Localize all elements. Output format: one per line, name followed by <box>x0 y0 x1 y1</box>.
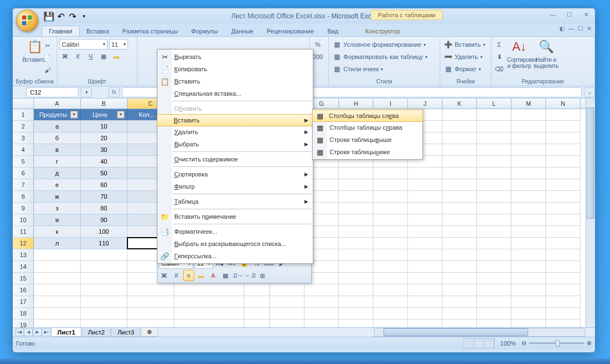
fill-color-icon[interactable]: ▬ <box>111 51 122 62</box>
cell[interactable] <box>511 308 546 319</box>
table-cell[interactable]: 40 <box>81 156 127 168</box>
undo-icon[interactable]: ↶ <box>56 11 66 21</box>
insert-cells-button[interactable]: ➕Вставить▾ <box>442 39 489 50</box>
row-header-6[interactable]: 6 <box>13 168 34 179</box>
thousands-icon[interactable]: 000 <box>312 51 323 62</box>
table-cell[interactable]: е <box>34 179 81 191</box>
cell[interactable] <box>270 284 304 296</box>
col-header-L[interactable]: L <box>477 99 511 109</box>
cell[interactable] <box>442 156 477 168</box>
ctx-item[interactable]: 📁Вставить примечание <box>158 210 313 223</box>
cell[interactable] <box>408 168 442 179</box>
row-header-3[interactable]: 3 <box>13 132 34 144</box>
cell[interactable] <box>127 308 174 319</box>
cell[interactable] <box>339 168 373 179</box>
sort-filter-button[interactable]: A↓Сортировка и фильтр <box>507 38 532 76</box>
delete-cells-button[interactable]: ➖Удалить▾ <box>442 51 489 62</box>
cell[interactable] <box>442 109 477 121</box>
submenu-item[interactable]: ▦Строки таблицы выше <box>313 134 422 146</box>
mini-fill-color-icon[interactable]: ▬ <box>195 270 206 281</box>
tab-layout[interactable]: Разметка страницы <box>116 26 185 36</box>
cell[interactable] <box>511 109 546 121</box>
cell[interactable] <box>304 319 339 327</box>
cell[interactable] <box>511 261 546 273</box>
cell[interactable] <box>339 191 373 203</box>
cell[interactable] <box>546 296 581 308</box>
cell[interactable] <box>477 261 511 273</box>
cell[interactable] <box>408 214 442 226</box>
cell[interactable] <box>442 261 477 273</box>
cell[interactable] <box>442 308 477 319</box>
submenu-item[interactable]: ▦Столбцы таблицы справа <box>313 121 422 134</box>
col-header-K[interactable]: K <box>442 99 477 109</box>
cell[interactable] <box>442 273 477 284</box>
mini-increase-decimal-icon[interactable]: .0→ <box>232 270 243 281</box>
cell[interactable] <box>373 249 408 261</box>
border-button[interactable]: ▦ <box>98 51 109 62</box>
col-header-M[interactable]: M <box>511 99 546 109</box>
redo-icon[interactable]: ↷ <box>67 11 77 21</box>
ctx-item[interactable]: 🔗Гиперссылка... <box>158 250 313 262</box>
cell[interactable] <box>34 261 81 273</box>
cell[interactable] <box>34 273 81 284</box>
italic-button[interactable]: К <box>72 51 83 62</box>
zoom-out-icon[interactable]: ⊖ <box>522 340 527 347</box>
cell[interactable] <box>34 284 81 296</box>
cell[interactable] <box>81 273 127 284</box>
vertical-scrollbar[interactable] <box>586 99 595 327</box>
table-header[interactable]: Продукты▾ <box>34 109 81 121</box>
row-header-14[interactable]: 14 <box>13 261 34 273</box>
zoom-slider[interactable] <box>529 342 584 344</box>
mini-bold-button[interactable]: Ж <box>159 270 170 281</box>
cell[interactable] <box>511 273 546 284</box>
cell[interactable] <box>373 284 408 296</box>
mini-font-color-icon[interactable]: A <box>208 270 219 281</box>
vscroll-thumb[interactable] <box>587 107 594 219</box>
autosum-icon[interactable]: Σ <box>494 39 505 50</box>
cell[interactable] <box>408 308 442 319</box>
cell[interactable] <box>339 226 373 238</box>
col-header-H[interactable]: H <box>339 99 373 109</box>
minimize-icon[interactable]: — <box>546 9 559 19</box>
name-box[interactable]: C12 <box>26 87 78 97</box>
cell[interactable] <box>270 319 304 327</box>
sheet-tab[interactable]: Лист2 <box>82 328 111 337</box>
percent-icon[interactable]: % <box>312 39 323 50</box>
cell[interactable] <box>373 203 408 214</box>
ctx-item[interactable]: Фильтр▶ <box>158 180 313 193</box>
cell[interactable] <box>442 296 477 308</box>
cell[interactable] <box>546 308 581 319</box>
format-cells-button[interactable]: ▦Формат▾ <box>442 63 489 75</box>
cell[interactable] <box>442 319 477 327</box>
cell[interactable] <box>546 249 581 261</box>
row-header-12[interactable]: 12 <box>13 238 34 249</box>
select-all-button[interactable] <box>13 99 34 109</box>
mini-italic-button[interactable]: К <box>171 270 182 281</box>
row-header-4[interactable]: 4 <box>13 144 34 156</box>
cell[interactable] <box>127 284 174 296</box>
cut-icon[interactable]: ✂ <box>42 40 53 51</box>
cell[interactable] <box>477 284 511 296</box>
row-header-17[interactable]: 17 <box>13 296 34 308</box>
mini-decrease-decimal-icon[interactable]: ←.0 <box>244 270 255 281</box>
ctx-item[interactable]: 📑Формат ячеек... <box>158 225 313 238</box>
col-header-B[interactable]: B <box>81 99 127 109</box>
cell[interactable] <box>408 226 442 238</box>
cell[interactable] <box>244 308 270 319</box>
ctx-item[interactable]: Вставить▶ <box>157 114 313 126</box>
row-header-11[interactable]: 11 <box>13 226 34 238</box>
next-sheet-icon[interactable]: ▶ <box>33 328 42 336</box>
cell[interactable] <box>81 319 127 327</box>
zoom-in-icon[interactable]: ⊕ <box>587 340 592 347</box>
cell[interactable] <box>339 296 373 308</box>
cell[interactable] <box>511 168 546 179</box>
cell[interactable] <box>339 273 373 284</box>
row-header-13[interactable]: 13 <box>13 249 34 261</box>
cell[interactable] <box>546 261 581 273</box>
cell[interactable] <box>339 214 373 226</box>
cell[interactable] <box>546 238 581 249</box>
tab-design[interactable]: Конструктор <box>358 26 407 36</box>
table-cell[interactable]: ж <box>34 191 81 203</box>
name-dropdown-icon[interactable]: ▾ <box>81 87 92 97</box>
ctx-item[interactable]: Выбрать из раскрывающегося списка... <box>158 238 313 250</box>
